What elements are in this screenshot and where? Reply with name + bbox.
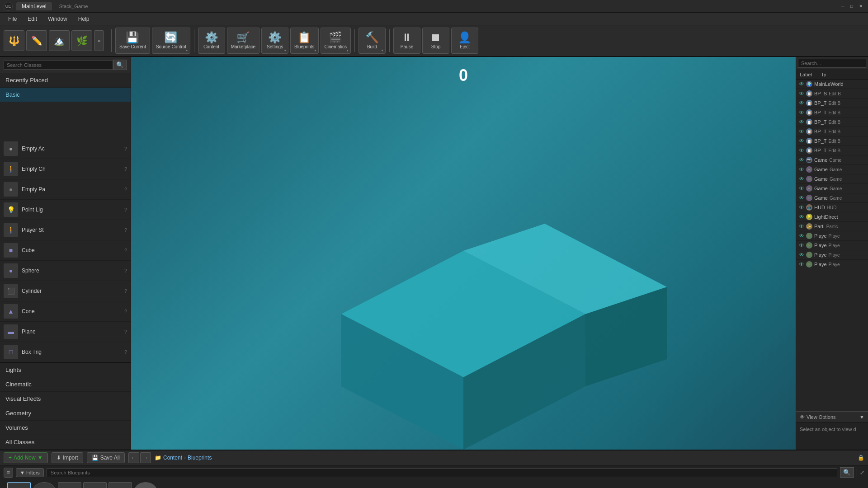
window-controls[interactable]: ─ □ ✕	[839, 3, 864, 10]
source-control-button[interactable]: 🔄 Source Control	[152, 28, 190, 54]
visibility-icon[interactable]: 👁	[799, 147, 804, 154]
empty-pawn-help[interactable]: ?	[124, 187, 127, 192]
add-new-button[interactable]: + Add New ▼	[4, 452, 48, 463]
list-item[interactable]: ⬛ Cylinder ?	[0, 281, 131, 301]
list-item[interactable]: ▬ Plane ?	[0, 322, 131, 342]
thumbnail-item[interactable]	[108, 482, 132, 488]
world-item[interactable]: 👁 🎮 Game Game	[796, 184, 868, 193]
visibility-icon[interactable]: 👁	[799, 81, 804, 87]
world-item[interactable]: 👁 📋 BP_T Edit B	[796, 99, 868, 108]
content-search-button[interactable]: 🔍	[840, 467, 854, 478]
world-item[interactable]: 👁 🎮 Game Game	[796, 174, 868, 184]
eject-button[interactable]: 👤 Eject	[451, 28, 478, 54]
list-item[interactable]: ■ Cube ?	[0, 240, 131, 261]
world-item[interactable]: 👁 🚶 Playe Playe	[796, 250, 868, 260]
filters-button[interactable]: ▼ Filters	[16, 468, 44, 477]
world-item[interactable]: 👁 🚶 Playe Playe	[796, 241, 868, 250]
visibility-icon[interactable]: 👁	[799, 195, 804, 201]
cube-help[interactable]: ?	[124, 248, 127, 253]
build-button[interactable]: 🔨 Build	[359, 28, 386, 54]
world-item[interactable]: 👁 🚶 Playe Playe	[796, 260, 868, 269]
list-item[interactable]: 🚶 Player St ?	[0, 220, 131, 240]
breadcrumb-content[interactable]: Content	[163, 455, 182, 461]
transform-icon-0[interactable]: 🔱	[4, 30, 24, 51]
view-options-button[interactable]: 👁 View Options ▼	[796, 411, 868, 422]
thumbnail-item[interactable]	[134, 482, 157, 488]
visibility-icon[interactable]: 👁	[799, 138, 804, 144]
settings-button[interactable]: ⚙️ Settings	[261, 28, 288, 54]
close-button[interactable]: ✕	[857, 3, 864, 10]
world-item[interactable]: 👁 📋 BP_T Edit B	[796, 117, 868, 127]
search-classes-button[interactable]: 🔍	[113, 60, 127, 70]
list-item[interactable]: 🚶 Empty Ch ?	[0, 159, 131, 179]
visibility-icon[interactable]: 👁	[799, 100, 804, 106]
category-geometry[interactable]: Geometry	[0, 406, 131, 421]
menu-edit[interactable]: Edit	[23, 14, 42, 24]
nav-forward-button[interactable]: →	[140, 452, 151, 463]
player-start-help[interactable]: ?	[124, 227, 127, 233]
list-item[interactable]: ● Sphere ?	[0, 261, 131, 281]
box-trigger-help[interactable]: ?	[124, 349, 127, 355]
visibility-icon[interactable]: 👁	[799, 252, 804, 258]
plane-help[interactable]: ?	[124, 329, 127, 334]
search-classes-input[interactable]	[4, 61, 113, 70]
empty-actor-help[interactable]: ?	[124, 146, 127, 151]
stop-button[interactable]: ⏹ Stop	[422, 28, 449, 54]
cone-help[interactable]: ?	[124, 309, 127, 314]
category-lights[interactable]: Lights	[0, 363, 131, 377]
minimize-button[interactable]: ─	[839, 3, 846, 10]
visibility-icon[interactable]: 👁	[799, 128, 804, 135]
transform-icon-1[interactable]: ✏️	[26, 30, 47, 51]
marketplace-button[interactable]: 🛒 Marketplace	[227, 28, 259, 54]
maximize-button[interactable]: □	[848, 3, 855, 10]
thumbnail-item[interactable]	[58, 482, 81, 488]
expand-icon[interactable]: ⤢	[860, 469, 864, 476]
world-item[interactable]: 👁 📋 BP_T Edit B	[796, 127, 868, 136]
save-all-button[interactable]: 💾 Save All	[87, 452, 125, 463]
visibility-icon[interactable]: 👁	[799, 119, 804, 125]
world-item[interactable]: 👁 🌍 MainLeWorld	[796, 80, 868, 89]
visibility-icon[interactable]: 👁	[799, 176, 804, 182]
world-item[interactable]: 👁 📋 BP_S Edit B	[796, 89, 868, 99]
cylinder-help[interactable]: ?	[124, 288, 127, 294]
world-item[interactable]: 👁 🎮 Game Game	[796, 193, 868, 203]
blueprints-button[interactable]: 📋 Blueprints	[290, 28, 318, 54]
menu-help[interactable]: Help	[74, 14, 94, 24]
category-recently-placed[interactable]: Recently Placed	[0, 73, 131, 88]
world-search-input[interactable]	[798, 59, 866, 68]
nav-back-button[interactable]: ←	[128, 452, 139, 463]
visibility-icon[interactable]: 👁	[799, 157, 804, 163]
world-item[interactable]: 👁 🚶 Playe Playe	[796, 231, 868, 241]
thumbnail-item[interactable]	[7, 482, 31, 488]
world-item[interactable]: 👁 📺 HUD HUD	[796, 203, 868, 212]
sphere-help[interactable]: ?	[124, 268, 127, 273]
world-item[interactable]: 👁 ✨ Parti Partic	[796, 222, 868, 231]
menu-file[interactable]: File	[4, 14, 21, 24]
visibility-icon[interactable]: 👁	[799, 261, 804, 267]
point-light-help[interactable]: ?	[124, 207, 127, 212]
world-item[interactable]: 👁 💡 LightDirect	[796, 212, 868, 222]
category-volumes[interactable]: Volumes	[0, 421, 131, 435]
visibility-icon[interactable]: 👁	[799, 223, 804, 230]
world-item[interactable]: 👁 📋 BP_T Edit B	[796, 108, 868, 117]
breadcrumb-blueprints[interactable]: Blueprints	[188, 455, 212, 461]
cinematics-button[interactable]: 🎬 Cinematics	[321, 28, 351, 54]
world-item[interactable]: 👁 📋 BP_T Edit B	[796, 136, 868, 146]
visibility-icon[interactable]: 👁	[799, 109, 804, 116]
list-item[interactable]: ▲ Cone ?	[0, 301, 131, 322]
toolbar-expander[interactable]: »	[94, 30, 104, 51]
list-item[interactable]: ● Empty Ac ?	[0, 139, 131, 159]
category-cinematic[interactable]: Cinematic	[0, 377, 131, 392]
list-item[interactable]: ● Empty Pa ?	[0, 179, 131, 200]
category-visual-effects[interactable]: Visual Effects	[0, 392, 131, 406]
pause-button[interactable]: ⏸ Pause	[393, 28, 420, 54]
world-item[interactable]: 👁 📷 Came Came	[796, 155, 868, 165]
category-basic[interactable]: Basic	[0, 88, 131, 102]
visibility-icon[interactable]: 👁	[799, 214, 804, 220]
transform-icon-2[interactable]: 🏔️	[49, 30, 70, 51]
visibility-icon[interactable]: 👁	[799, 166, 804, 173]
visibility-icon[interactable]: 👁	[799, 242, 804, 249]
import-button[interactable]: ⬇ Import	[52, 452, 83, 463]
visibility-icon[interactable]: 👁	[799, 204, 804, 211]
world-item[interactable]: 👁 📋 BP_T Edit B	[796, 146, 868, 155]
